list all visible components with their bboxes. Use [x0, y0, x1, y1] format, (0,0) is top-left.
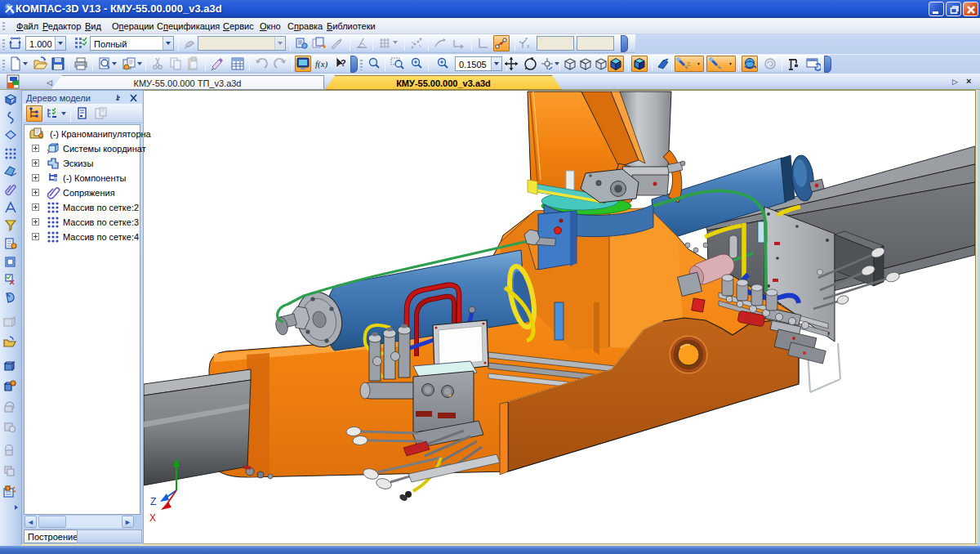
svg-text:Z: Z: [150, 496, 156, 507]
svg-text:?: ?: [341, 58, 346, 68]
svg-text:x: x: [527, 43, 530, 49]
svg-text:Σ: Σ: [687, 60, 691, 68]
svg-text:X: X: [149, 512, 156, 524]
svg-text:f(x): f(x): [315, 59, 328, 69]
